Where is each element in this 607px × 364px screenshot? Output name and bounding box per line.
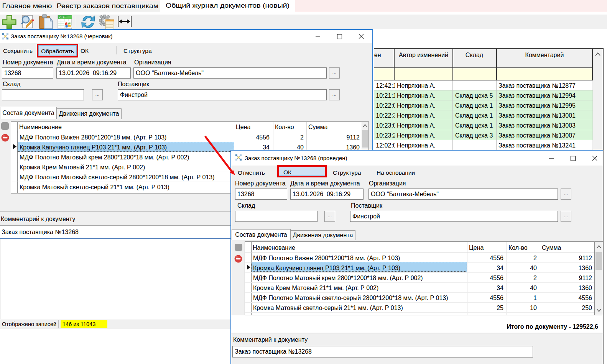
svg-text:XLS: XLS xyxy=(59,16,64,19)
